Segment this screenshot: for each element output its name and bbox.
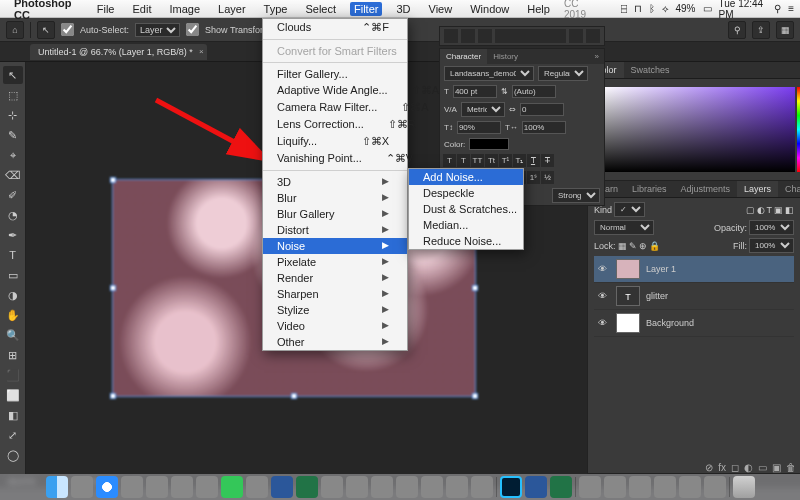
caps-icon[interactable]: TT (471, 154, 484, 167)
dock-zotero[interactable] (371, 476, 393, 498)
strike-icon[interactable]: T̶ (541, 154, 554, 167)
filter-item-3d[interactable]: 3D▶ (263, 174, 407, 190)
menu-layer[interactable]: Layer (214, 2, 250, 16)
menu-window[interactable]: Window (466, 2, 513, 16)
adjustment-icon[interactable]: ◐ (744, 462, 753, 473)
filter-item-noise[interactable]: Noise▶ (263, 238, 407, 254)
filter-item-sharpen[interactable]: Sharpen▶ (263, 286, 407, 302)
clock[interactable]: Tue 12:44 PM (719, 0, 768, 20)
group-icon[interactable]: ▭ (758, 462, 767, 473)
tool-18[interactable]: ⤢ (3, 426, 23, 444)
tab-history[interactable]: History (487, 49, 524, 64)
leading-input[interactable] (512, 85, 556, 98)
filter-icon[interactable]: ▢ (746, 205, 755, 215)
dock-books[interactable] (396, 476, 418, 498)
menu-file[interactable]: File (93, 2, 119, 16)
menu-filter[interactable]: Filter (350, 2, 382, 16)
dock-sysprefs[interactable] (446, 476, 468, 498)
tool-2[interactable]: ⊹ (3, 106, 23, 124)
app-name[interactable]: Photoshop CC (14, 0, 85, 21)
tool-4[interactable]: ⌖ (3, 146, 23, 164)
ot-icon[interactable]: ½ (541, 171, 554, 184)
tool-6[interactable]: ✐ (3, 186, 23, 204)
align-icon[interactable] (461, 29, 475, 43)
tool-7[interactable]: ◔ (3, 206, 23, 224)
filter-convert-smart[interactable]: Convert for Smart Filters (263, 43, 407, 59)
font-size-input[interactable] (453, 85, 497, 98)
tool-15[interactable]: ⬛ (3, 366, 23, 384)
filter-icon[interactable]: ◐ (757, 205, 765, 215)
tool-13[interactable]: 🔍 (3, 326, 23, 344)
dock-quicktime[interactable] (321, 476, 343, 498)
menu-image[interactable]: Image (165, 2, 204, 16)
dock-x[interactable] (654, 476, 676, 498)
dock-preview[interactable] (346, 476, 368, 498)
filter-item[interactable]: Liquify...⇧⌘X (263, 133, 407, 150)
fx-icon[interactable]: fx (718, 462, 726, 473)
filter-item[interactable]: Filter Gallery... (263, 66, 407, 82)
wifi-icon[interactable]: ⟡ (662, 3, 669, 15)
menu-help[interactable]: Help (523, 2, 554, 16)
filter-item-other[interactable]: Other▶ (263, 334, 407, 350)
underline-icon[interactable]: T̲ (527, 154, 540, 167)
lock-icon[interactable]: ▦ (618, 241, 627, 251)
filter-item-stylize[interactable]: Stylize▶ (263, 302, 407, 318)
layers-kind-select[interactable]: ✓ (614, 202, 645, 217)
super-icon[interactable]: T¹ (499, 154, 512, 167)
dropbox-icon[interactable]: ⌸ (621, 3, 627, 14)
tab-libraries[interactable]: Libraries (625, 181, 674, 197)
smallcaps-icon[interactable]: Tt (485, 154, 498, 167)
tab-layers[interactable]: Layers (737, 181, 778, 197)
panel-menu-icon[interactable]: » (590, 49, 604, 64)
noise-item[interactable]: Median... (409, 217, 523, 233)
tab-adjustments[interactable]: Adjustments (674, 181, 738, 197)
filter-item[interactable]: Adaptive Wide Angle...⇧⌘A (263, 82, 407, 99)
menu-3d[interactable]: 3D (392, 2, 414, 16)
noise-item[interactable]: Add Noise... (409, 169, 523, 185)
auto-select-checkbox[interactable] (61, 23, 74, 36)
font-family-select[interactable]: Landasans_demo01 (444, 66, 534, 81)
align-icon[interactable] (444, 29, 458, 43)
move-tool-preset-icon[interactable]: ↖ (37, 21, 55, 39)
menu-view[interactable]: View (425, 2, 457, 16)
filter-last[interactable]: Clouds⌃⌘F (263, 19, 407, 36)
tool-16[interactable]: ⬜ (3, 386, 23, 404)
mask-icon[interactable]: ◻ (731, 462, 739, 473)
dock-e[interactable] (679, 476, 701, 498)
filter-item-render[interactable]: Render▶ (263, 270, 407, 286)
tool-11[interactable]: ◑ (3, 286, 23, 304)
antialias-select[interactable]: Strong (552, 188, 600, 203)
ot-icon[interactable]: 1ˢ (527, 171, 540, 184)
tab-character[interactable]: Character (440, 49, 487, 64)
dock-messages[interactable] (221, 476, 243, 498)
dock-siri[interactable] (71, 476, 93, 498)
tool-3[interactable]: ✎ (3, 126, 23, 144)
new-layer-icon[interactable]: ▣ (772, 462, 781, 473)
noise-item[interactable]: Despeckle (409, 185, 523, 201)
menu-select[interactable]: Select (301, 2, 340, 16)
dock-f[interactable] (604, 476, 626, 498)
filter-item[interactable]: Lens Correction...⇧⌘R (263, 116, 407, 133)
link-layers-icon[interactable]: ⊘ (705, 462, 713, 473)
tool-9[interactable]: T (3, 246, 23, 264)
visibility-icon[interactable]: 👁 (598, 291, 610, 301)
lock-icon[interactable]: ✎ (629, 241, 637, 251)
search-icon[interactable]: ⚲ (728, 21, 746, 39)
filter-item-blur-gallery[interactable]: Blur Gallery▶ (263, 206, 407, 222)
opacity-value[interactable]: 100% (749, 220, 794, 235)
layer-row[interactable]: 👁Tglitter (594, 283, 794, 310)
dock-trash[interactable] (733, 476, 755, 498)
tab-swatches[interactable]: Swatches (624, 62, 677, 78)
filter-item[interactable]: Camera Raw Filter...⇧⌘A (263, 99, 407, 116)
show-transform-checkbox[interactable] (186, 23, 199, 36)
filter-icon[interactable]: T (767, 205, 773, 215)
dock-word[interactable] (525, 476, 547, 498)
share-icon[interactable]: ⇪ (752, 21, 770, 39)
tool-5[interactable]: ⌫ (3, 166, 23, 184)
visibility-icon[interactable]: 👁 (598, 264, 610, 274)
dock-p[interactable] (704, 476, 726, 498)
layer-row[interactable]: 👁Background (594, 310, 794, 337)
filter-item[interactable]: Vanishing Point...⌃⌘V (263, 150, 407, 167)
filter-item-distort[interactable]: Distort▶ (263, 222, 407, 238)
noise-item[interactable]: Reduce Noise... (409, 233, 523, 249)
